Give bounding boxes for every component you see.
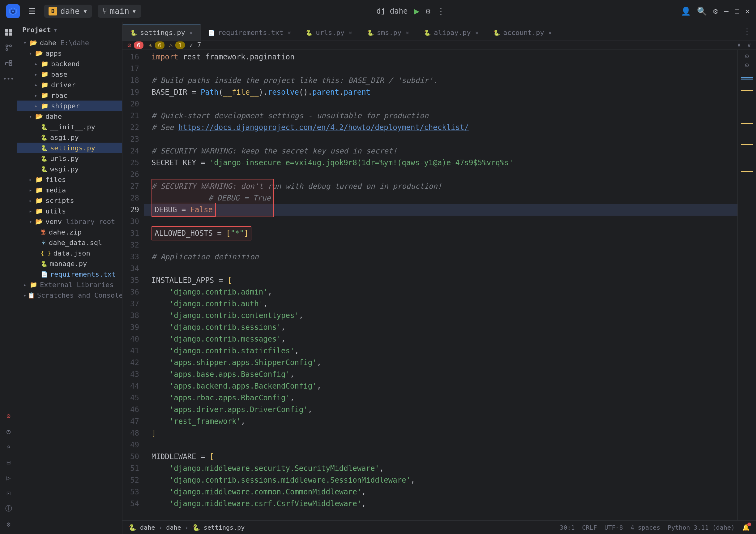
- tab-more-button[interactable]: ⋮: [738, 27, 756, 36]
- folder-scripts-icon: 📁: [35, 197, 43, 204]
- more-options-button[interactable]: ⋮: [437, 6, 445, 16]
- sidebar-icon-run[interactable]: ▷: [2, 471, 15, 485]
- tree-item-data-json[interactable]: { } data.json: [17, 248, 122, 258]
- branch-selector[interactable]: ⑂ main ▾: [98, 5, 141, 18]
- notification-bell[interactable]: 🔔: [742, 524, 750, 531]
- settings-button[interactable]: ⚙: [713, 7, 718, 16]
- breadcrumb-project[interactable]: 🐍 dahe: [129, 524, 155, 531]
- tree-item-apps[interactable]: 📂 apps: [17, 48, 122, 59]
- tree-item-init[interactable]: 🐍 __init__.py: [17, 122, 122, 132]
- folder-utils-icon: 📁: [35, 207, 43, 215]
- tree-item-wsgi[interactable]: 🐍 wsgi.py: [17, 164, 122, 174]
- user-icon[interactable]: 👤: [681, 7, 691, 16]
- project-selector[interactable]: D dahe ▾: [44, 5, 92, 18]
- close-button[interactable]: ✕: [745, 7, 750, 15]
- code-editor[interactable]: import rest_framework.pagination # Build…: [144, 50, 738, 520]
- code-line-22: # See https://docs.djangoproject.com/en/…: [144, 122, 738, 133]
- sidebar-icon-layers[interactable]: ⊟: [2, 455, 15, 469]
- breadcrumb-file[interactable]: 🐍 settings.py: [192, 524, 245, 531]
- error-count-badge: 6: [134, 42, 144, 49]
- tree-item-settings[interactable]: 🐍 settings.py: [17, 143, 122, 153]
- sidebar-icon-project[interactable]: [2, 25, 15, 39]
- maximize-button[interactable]: □: [735, 7, 739, 15]
- tab-urls-close[interactable]: ✕: [349, 29, 352, 36]
- tree-label-base: base: [51, 70, 68, 78]
- tab-alipay[interactable]: 🐍 alipay.py ✕: [417, 24, 486, 41]
- tree-item-backend[interactable]: 📁 backend: [17, 59, 122, 69]
- tree-item-base[interactable]: 📁 base: [17, 69, 122, 79]
- tree-item-manage[interactable]: 🐍 manage.py: [17, 258, 122, 269]
- tab-requirements[interactable]: 📄 requirements.txt ✕: [201, 24, 299, 41]
- line-num-18: 18: [122, 74, 139, 86]
- tree-item-urls[interactable]: 🐍 urls.py: [17, 153, 122, 164]
- tab-alipay-close[interactable]: ✕: [475, 29, 478, 36]
- tree-item-asgi[interactable]: 🐍 asgi.py: [17, 132, 122, 143]
- collapse-arrow[interactable]: ∨: [747, 42, 751, 49]
- status-indent[interactable]: 4 spaces: [631, 524, 660, 531]
- right-panel-icon-1[interactable]: ⊙: [745, 52, 749, 60]
- tab-settings-close[interactable]: ✕: [190, 29, 193, 36]
- debug-button[interactable]: ⚙: [426, 7, 431, 16]
- tree-item-driver[interactable]: 📁 driver: [17, 79, 122, 90]
- tree-item-requirements[interactable]: 📄 requirements.txt: [17, 269, 122, 279]
- dj-label: dj dahe: [376, 7, 408, 15]
- tab-sms-close[interactable]: ✕: [406, 29, 409, 36]
- tree-label-media: media: [45, 186, 66, 194]
- tree-item-dahe-sql[interactable]: 🗄 dahe_data.sql: [17, 237, 122, 248]
- line-num-40: 40: [122, 333, 139, 345]
- right-panel-icon-2[interactable]: ⊙: [745, 61, 749, 69]
- code-line-18: # Build paths inside the project like th…: [144, 74, 738, 86]
- code-line-46: 'apps.driver.apps.DriverConfig',: [144, 404, 738, 415]
- chevron-scripts: [29, 198, 34, 204]
- sidebar-icon-search[interactable]: ⌕: [2, 440, 15, 454]
- expand-arrow[interactable]: ∧: [737, 42, 741, 49]
- sidebar-icon-settings[interactable]: ⚙: [2, 517, 15, 531]
- editor-area: 🐍 settings.py ✕ 📄 requirements.txt ✕ 🐍 u…: [122, 22, 756, 534]
- sidebar-bottom-icons: ⊘ ◷ ⌕ ⊟ ▷ ⊡ ⓘ ⚙: [2, 409, 15, 534]
- status-encoding[interactable]: UTF-8: [605, 524, 623, 531]
- tree-label-dahe-path: E:\dahe: [56, 39, 89, 47]
- tab-account[interactable]: 🐍 account.py ✕: [486, 24, 559, 41]
- tree-label-backend: backend: [51, 60, 80, 68]
- tree-item-dahe-zip[interactable]: 🗜 dahe.zip: [17, 227, 122, 237]
- tree-item-files[interactable]: 📁 files: [17, 174, 122, 185]
- line-num-16: 16: [122, 51, 139, 63]
- tab-requirements-close[interactable]: ✕: [287, 29, 291, 36]
- tree-item-media[interactable]: 📁 media: [17, 185, 122, 195]
- status-crlf[interactable]: CRLF: [582, 524, 597, 531]
- chevron-venv: [29, 219, 34, 225]
- tree-item-dahe-sub[interactable]: 📂 dahe: [17, 111, 122, 122]
- tab-settings[interactable]: 🐍 settings.py ✕: [122, 24, 201, 41]
- tree-item-rbac[interactable]: 📁 rbac: [17, 90, 122, 100]
- hamburger-button[interactable]: ☰: [26, 4, 38, 18]
- minimize-button[interactable]: —: [724, 7, 728, 15]
- code-line-49: [144, 439, 738, 451]
- tab-sms[interactable]: 🐍 sms.py ✕: [360, 24, 417, 41]
- project-panel-header[interactable]: Project ▾: [17, 22, 122, 38]
- tab-account-close[interactable]: ✕: [549, 29, 552, 36]
- tree-item-dahe-root[interactable]: 📂 dahe E:\dahe: [17, 38, 122, 48]
- run-button[interactable]: ▶: [414, 6, 419, 16]
- tree-label-rbac: rbac: [51, 92, 68, 99]
- status-python[interactable]: Python 3.11 (dahe): [667, 524, 735, 531]
- sidebar-icon-errors[interactable]: ⊘: [2, 409, 15, 423]
- sidebar-icon-history[interactable]: ◷: [2, 425, 15, 438]
- status-line-col[interactable]: 30:1: [560, 524, 575, 531]
- tree-item-utils[interactable]: 📁 utils: [17, 206, 122, 216]
- tree-item-shipper[interactable]: 📁 shipper: [17, 100, 122, 111]
- sidebar-icon-info[interactable]: ⓘ: [2, 502, 15, 516]
- sidebar-icon-images[interactable]: ⊡: [2, 486, 15, 500]
- tree-item-venv[interactable]: 📂 venv library root: [17, 216, 122, 227]
- line-num-32: 32: [122, 239, 139, 251]
- tree-item-external-libs[interactable]: 📁 External Libraries: [17, 279, 122, 290]
- sidebar-icon-more[interactable]: •••: [2, 72, 15, 85]
- status-bar: 🐍 dahe › dahe › 🐍 settings.py 30:1 CRLF …: [122, 520, 756, 534]
- breadcrumb-folder[interactable]: dahe: [166, 524, 181, 531]
- line-num-20: 20: [122, 98, 139, 110]
- search-button[interactable]: 🔍: [697, 7, 707, 16]
- sidebar-icon-git[interactable]: [2, 41, 15, 54]
- sidebar-icon-structure[interactable]: [2, 56, 15, 70]
- tree-item-scratches[interactable]: 📋 Scratches and Consoles: [17, 290, 122, 300]
- tree-item-scripts[interactable]: 📁 scripts: [17, 195, 122, 206]
- tab-urls[interactable]: 🐍 urls.py ✕: [298, 24, 360, 41]
